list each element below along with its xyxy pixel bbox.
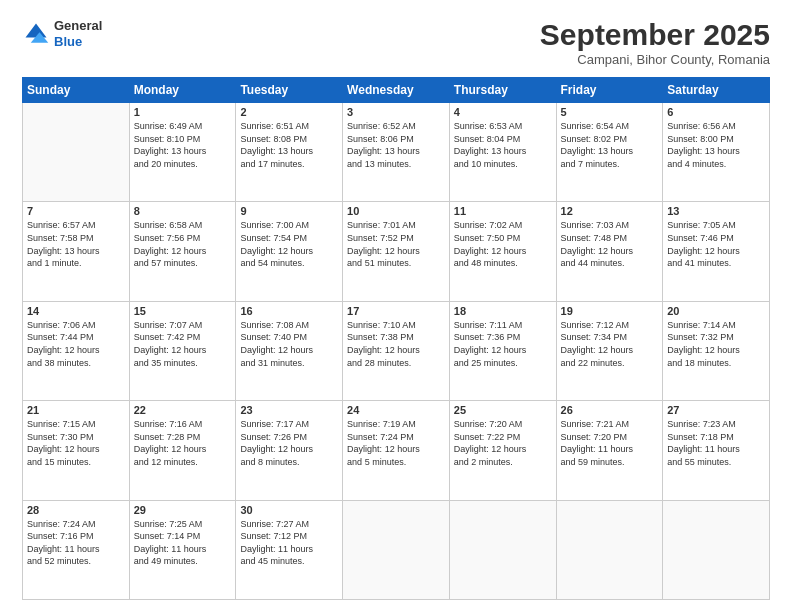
day-info: Sunrise: 7:19 AM Sunset: 7:24 PM Dayligh… <box>347 418 445 468</box>
day-info: Sunrise: 7:21 AM Sunset: 7:20 PM Dayligh… <box>561 418 659 468</box>
day-number: 24 <box>347 404 445 416</box>
day-number: 6 <box>667 106 765 118</box>
day-number: 7 <box>27 205 125 217</box>
day-info: Sunrise: 7:08 AM Sunset: 7:40 PM Dayligh… <box>240 319 338 369</box>
calendar-cell: 17Sunrise: 7:10 AM Sunset: 7:38 PM Dayli… <box>343 301 450 400</box>
day-info: Sunrise: 7:20 AM Sunset: 7:22 PM Dayligh… <box>454 418 552 468</box>
calendar-cell: 20Sunrise: 7:14 AM Sunset: 7:32 PM Dayli… <box>663 301 770 400</box>
day-info: Sunrise: 7:23 AM Sunset: 7:18 PM Dayligh… <box>667 418 765 468</box>
weekday-header-row: SundayMondayTuesdayWednesdayThursdayFrid… <box>23 78 770 103</box>
calendar-cell <box>663 500 770 599</box>
day-info: Sunrise: 7:11 AM Sunset: 7:36 PM Dayligh… <box>454 319 552 369</box>
calendar-cell: 2Sunrise: 6:51 AM Sunset: 8:08 PM Daylig… <box>236 103 343 202</box>
calendar-cell <box>343 500 450 599</box>
page: General Blue September 2025 Campani, Bih… <box>0 0 792 612</box>
calendar-cell: 6Sunrise: 6:56 AM Sunset: 8:00 PM Daylig… <box>663 103 770 202</box>
calendar-week-row: 1Sunrise: 6:49 AM Sunset: 8:10 PM Daylig… <box>23 103 770 202</box>
weekday-header: Friday <box>556 78 663 103</box>
day-info: Sunrise: 6:52 AM Sunset: 8:06 PM Dayligh… <box>347 120 445 170</box>
day-info: Sunrise: 7:16 AM Sunset: 7:28 PM Dayligh… <box>134 418 232 468</box>
header: General Blue September 2025 Campani, Bih… <box>22 18 770 67</box>
day-number: 21 <box>27 404 125 416</box>
day-number: 26 <box>561 404 659 416</box>
month-title: September 2025 <box>540 18 770 52</box>
weekday-header: Sunday <box>23 78 130 103</box>
weekday-header: Monday <box>129 78 236 103</box>
calendar-cell <box>556 500 663 599</box>
calendar-cell: 22Sunrise: 7:16 AM Sunset: 7:28 PM Dayli… <box>129 401 236 500</box>
day-info: Sunrise: 7:15 AM Sunset: 7:30 PM Dayligh… <box>27 418 125 468</box>
calendar-cell: 12Sunrise: 7:03 AM Sunset: 7:48 PM Dayli… <box>556 202 663 301</box>
calendar-cell: 9Sunrise: 7:00 AM Sunset: 7:54 PM Daylig… <box>236 202 343 301</box>
day-info: Sunrise: 6:56 AM Sunset: 8:00 PM Dayligh… <box>667 120 765 170</box>
calendar-cell: 28Sunrise: 7:24 AM Sunset: 7:16 PM Dayli… <box>23 500 130 599</box>
calendar-cell: 30Sunrise: 7:27 AM Sunset: 7:12 PM Dayli… <box>236 500 343 599</box>
day-info: Sunrise: 7:03 AM Sunset: 7:48 PM Dayligh… <box>561 219 659 269</box>
day-number: 17 <box>347 305 445 317</box>
day-number: 28 <box>27 504 125 516</box>
day-number: 8 <box>134 205 232 217</box>
day-info: Sunrise: 7:27 AM Sunset: 7:12 PM Dayligh… <box>240 518 338 568</box>
day-number: 2 <box>240 106 338 118</box>
day-number: 13 <box>667 205 765 217</box>
day-info: Sunrise: 6:57 AM Sunset: 7:58 PM Dayligh… <box>27 219 125 269</box>
calendar-cell: 27Sunrise: 7:23 AM Sunset: 7:18 PM Dayli… <box>663 401 770 500</box>
day-info: Sunrise: 7:17 AM Sunset: 7:26 PM Dayligh… <box>240 418 338 468</box>
calendar-cell: 10Sunrise: 7:01 AM Sunset: 7:52 PM Dayli… <box>343 202 450 301</box>
calendar-week-row: 21Sunrise: 7:15 AM Sunset: 7:30 PM Dayli… <box>23 401 770 500</box>
day-info: Sunrise: 7:07 AM Sunset: 7:42 PM Dayligh… <box>134 319 232 369</box>
calendar-body: 1Sunrise: 6:49 AM Sunset: 8:10 PM Daylig… <box>23 103 770 600</box>
calendar-cell: 21Sunrise: 7:15 AM Sunset: 7:30 PM Dayli… <box>23 401 130 500</box>
calendar-cell: 5Sunrise: 6:54 AM Sunset: 8:02 PM Daylig… <box>556 103 663 202</box>
calendar-cell: 8Sunrise: 6:58 AM Sunset: 7:56 PM Daylig… <box>129 202 236 301</box>
calendar-cell: 13Sunrise: 7:05 AM Sunset: 7:46 PM Dayli… <box>663 202 770 301</box>
calendar-cell: 11Sunrise: 7:02 AM Sunset: 7:50 PM Dayli… <box>449 202 556 301</box>
day-number: 12 <box>561 205 659 217</box>
calendar-cell: 4Sunrise: 6:53 AM Sunset: 8:04 PM Daylig… <box>449 103 556 202</box>
weekday-header: Tuesday <box>236 78 343 103</box>
calendar-cell: 29Sunrise: 7:25 AM Sunset: 7:14 PM Dayli… <box>129 500 236 599</box>
day-number: 3 <box>347 106 445 118</box>
weekday-header: Thursday <box>449 78 556 103</box>
day-number: 23 <box>240 404 338 416</box>
day-info: Sunrise: 6:53 AM Sunset: 8:04 PM Dayligh… <box>454 120 552 170</box>
calendar-cell: 26Sunrise: 7:21 AM Sunset: 7:20 PM Dayli… <box>556 401 663 500</box>
logo-general: General <box>54 18 102 33</box>
day-number: 14 <box>27 305 125 317</box>
calendar-week-row: 14Sunrise: 7:06 AM Sunset: 7:44 PM Dayli… <box>23 301 770 400</box>
day-info: Sunrise: 7:02 AM Sunset: 7:50 PM Dayligh… <box>454 219 552 269</box>
calendar-cell: 14Sunrise: 7:06 AM Sunset: 7:44 PM Dayli… <box>23 301 130 400</box>
day-number: 29 <box>134 504 232 516</box>
calendar-cell <box>23 103 130 202</box>
day-number: 19 <box>561 305 659 317</box>
day-number: 20 <box>667 305 765 317</box>
weekday-header: Wednesday <box>343 78 450 103</box>
calendar-week-row: 7Sunrise: 6:57 AM Sunset: 7:58 PM Daylig… <box>23 202 770 301</box>
day-info: Sunrise: 6:58 AM Sunset: 7:56 PM Dayligh… <box>134 219 232 269</box>
day-info: Sunrise: 6:49 AM Sunset: 8:10 PM Dayligh… <box>134 120 232 170</box>
logo-icon <box>22 20 50 48</box>
svg-marker-0 <box>26 23 47 37</box>
calendar-week-row: 28Sunrise: 7:24 AM Sunset: 7:16 PM Dayli… <box>23 500 770 599</box>
day-number: 4 <box>454 106 552 118</box>
day-info: Sunrise: 6:51 AM Sunset: 8:08 PM Dayligh… <box>240 120 338 170</box>
day-number: 30 <box>240 504 338 516</box>
calendar-table: SundayMondayTuesdayWednesdayThursdayFrid… <box>22 77 770 600</box>
day-number: 27 <box>667 404 765 416</box>
logo-text: General Blue <box>54 18 102 49</box>
day-number: 15 <box>134 305 232 317</box>
day-number: 25 <box>454 404 552 416</box>
day-info: Sunrise: 7:25 AM Sunset: 7:14 PM Dayligh… <box>134 518 232 568</box>
calendar-cell: 16Sunrise: 7:08 AM Sunset: 7:40 PM Dayli… <box>236 301 343 400</box>
calendar-cell: 23Sunrise: 7:17 AM Sunset: 7:26 PM Dayli… <box>236 401 343 500</box>
day-info: Sunrise: 7:12 AM Sunset: 7:34 PM Dayligh… <box>561 319 659 369</box>
logo-blue: Blue <box>54 34 82 49</box>
calendar-cell: 7Sunrise: 6:57 AM Sunset: 7:58 PM Daylig… <box>23 202 130 301</box>
day-info: Sunrise: 7:05 AM Sunset: 7:46 PM Dayligh… <box>667 219 765 269</box>
day-number: 18 <box>454 305 552 317</box>
day-info: Sunrise: 7:06 AM Sunset: 7:44 PM Dayligh… <box>27 319 125 369</box>
location: Campani, Bihor County, Romania <box>540 52 770 67</box>
calendar-cell: 15Sunrise: 7:07 AM Sunset: 7:42 PM Dayli… <box>129 301 236 400</box>
calendar-cell: 3Sunrise: 6:52 AM Sunset: 8:06 PM Daylig… <box>343 103 450 202</box>
calendar-cell: 24Sunrise: 7:19 AM Sunset: 7:24 PM Dayli… <box>343 401 450 500</box>
